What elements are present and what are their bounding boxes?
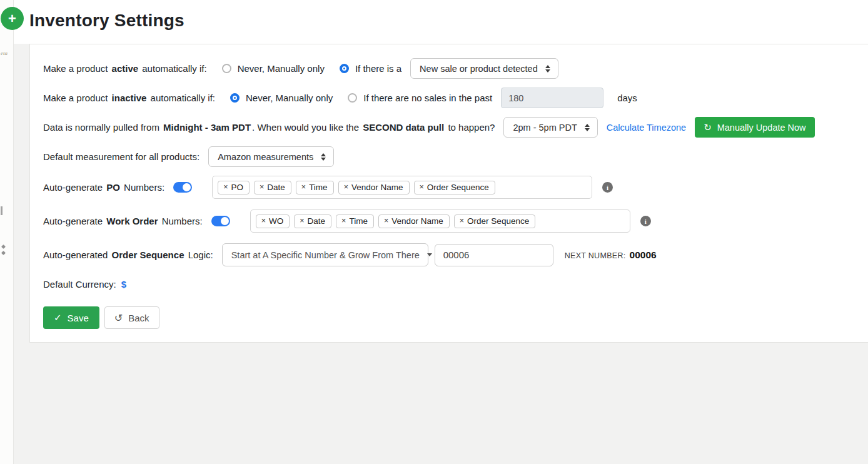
remove-tag-icon[interactable]: × bbox=[301, 183, 306, 191]
remove-tag-icon[interactable]: × bbox=[384, 217, 388, 225]
row-data-pull: Data is normally pulled from Midnight - … bbox=[43, 117, 855, 138]
save-button[interactable]: ✓ Save bbox=[43, 306, 99, 329]
sidebar-artifact bbox=[1, 245, 6, 249]
tag-chip[interactable]: ×Time bbox=[336, 214, 374, 228]
po-numbers-label: Auto-generate PO Numbers: bbox=[43, 182, 164, 193]
toggle-knob bbox=[183, 183, 191, 191]
second-pull-value: 2pm - 5pm PDT bbox=[513, 123, 577, 133]
work-order-numbers-label: Auto-generate Work Order Numbers: bbox=[43, 216, 203, 226]
tag-chip[interactable]: ×WO bbox=[256, 214, 290, 228]
radio-inactive-never-label: Never, Manually only bbox=[246, 93, 333, 103]
radio-active-never-label: Never, Manually only bbox=[238, 63, 325, 74]
tag-label: Order Sequence bbox=[467, 216, 529, 226]
radio-inactive-no-sales-label: If there are no sales in the past bbox=[363, 93, 492, 103]
measurement-select[interactable]: Amazon measurements bbox=[208, 146, 334, 167]
calculate-timezone-link[interactable]: Calculate Timezone bbox=[607, 123, 686, 133]
order-sequence-logic-label: Auto-generated Order Sequence Logic: bbox=[43, 250, 213, 260]
radio-inactive-never[interactable]: Never, Manually only bbox=[230, 93, 333, 103]
sequence-logic-select[interactable]: Start at A Specific Number & Grow From T… bbox=[222, 243, 428, 266]
toggle-knob bbox=[221, 217, 229, 225]
select-updown-icon bbox=[585, 124, 590, 131]
radio-active-if-there-is[interactable]: If there is a bbox=[340, 63, 401, 74]
sidebar-artifact bbox=[1, 251, 6, 255]
info-icon[interactable]: i bbox=[640, 216, 651, 226]
tag-label: PO bbox=[231, 183, 243, 192]
tag-chip[interactable]: ×Order Sequence bbox=[454, 214, 535, 228]
page-title: Inventory Settings bbox=[29, 11, 184, 31]
row-product-inactive: Make a product inactive automatically if… bbox=[43, 88, 855, 108]
inactive-days-input[interactable] bbox=[501, 88, 603, 108]
po-tags-input[interactable]: ×PO ×Date ×Time ×Vendor Name ×Order Sequ… bbox=[212, 176, 592, 199]
back-button[interactable]: ↺ Back bbox=[104, 306, 159, 329]
info-icon[interactable]: i bbox=[602, 182, 613, 193]
tag-chip[interactable]: ×Date bbox=[294, 214, 331, 228]
row-work-order-numbers: Auto-generate Work Order Numbers: ×WO ×D… bbox=[43, 209, 855, 233]
sequence-logic-value: Start at A Specific Number & Grow From T… bbox=[231, 250, 420, 260]
currency-value-link[interactable]: $ bbox=[121, 279, 126, 290]
tag-label: Time bbox=[309, 183, 328, 192]
add-button[interactable]: + bbox=[1, 7, 24, 30]
product-active-label: Make a product active automatically if: bbox=[43, 63, 207, 74]
remove-tag-icon[interactable]: × bbox=[460, 217, 464, 225]
row-default-currency: Default Currency: $ bbox=[43, 277, 855, 291]
radio-checked-icon[interactable] bbox=[230, 93, 240, 103]
manually-update-now-button[interactable]: ↻ Manually Update Now bbox=[695, 117, 814, 138]
sidebar-artifact bbox=[1, 206, 3, 215]
next-number: NEXT NUMBER: 00006 bbox=[565, 250, 657, 261]
sequence-start-input[interactable] bbox=[435, 244, 553, 266]
radio-inactive-no-sales[interactable]: If there are no sales in the past bbox=[348, 93, 492, 103]
select-updown-icon bbox=[321, 153, 326, 161]
back-button-label: Back bbox=[128, 313, 149, 323]
tag-label: Time bbox=[349, 216, 368, 226]
tag-chip[interactable]: ×Order Sequence bbox=[414, 181, 495, 194]
default-currency-label: Default Currency: bbox=[43, 279, 116, 290]
remove-tag-icon[interactable]: × bbox=[223, 183, 228, 191]
po-toggle[interactable] bbox=[173, 182, 192, 193]
row-actions: ✓ Save ↺ Back bbox=[43, 306, 855, 329]
next-number-label: NEXT NUMBER: bbox=[565, 251, 626, 260]
check-icon: ✓ bbox=[54, 312, 62, 323]
row-default-measurement: Default measurement for all products: Am… bbox=[43, 146, 855, 167]
radio-unchecked-icon[interactable] bbox=[348, 93, 357, 103]
manually-update-now-label: Manually Update Now bbox=[717, 123, 806, 133]
collapsed-sidebar: eta bbox=[0, 0, 14, 464]
tag-label: Date bbox=[308, 216, 326, 226]
tag-chip[interactable]: ×Date bbox=[254, 181, 291, 194]
tag-label: Date bbox=[267, 183, 285, 192]
undo-icon: ↺ bbox=[114, 312, 123, 324]
default-measurement-label: Default measurement for all products: bbox=[43, 151, 199, 162]
remove-tag-icon[interactable]: × bbox=[344, 183, 348, 191]
radio-active-never[interactable]: Never, Manually only bbox=[222, 63, 325, 74]
active-trigger-value: New sale or product detected bbox=[420, 64, 538, 74]
second-pull-select[interactable]: 2pm - 5pm PDT bbox=[503, 117, 597, 138]
row-po-numbers: Auto-generate PO Numbers: ×PO ×Date ×Tim… bbox=[43, 176, 855, 199]
days-suffix-label: days bbox=[617, 93, 637, 103]
work-order-toggle[interactable] bbox=[211, 216, 230, 226]
remove-tag-icon[interactable]: × bbox=[260, 183, 264, 191]
radio-unchecked-icon[interactable] bbox=[222, 64, 231, 73]
tag-chip[interactable]: ×PO bbox=[218, 181, 250, 194]
tag-chip[interactable]: ×Time bbox=[296, 181, 334, 194]
remove-tag-icon[interactable]: × bbox=[341, 217, 346, 225]
refresh-icon: ↻ bbox=[704, 122, 712, 133]
radio-checked-icon[interactable] bbox=[340, 64, 349, 73]
tag-label: Vendor Name bbox=[391, 216, 443, 226]
active-trigger-select[interactable]: New sale or product detected bbox=[410, 58, 558, 79]
radio-active-if-label: If there is a bbox=[355, 63, 401, 74]
tag-label: Order Sequence bbox=[427, 183, 489, 192]
row-product-active: Make a product active automatically if: … bbox=[43, 58, 855, 79]
select-updown-icon bbox=[545, 65, 550, 73]
remove-tag-icon[interactable]: × bbox=[261, 217, 266, 225]
inventory-settings-card: Make a product active automatically if: … bbox=[29, 44, 868, 343]
product-inactive-label: Make a product inactive automatically if… bbox=[43, 93, 215, 103]
tag-label: Vendor Name bbox=[351, 183, 403, 192]
row-order-sequence-logic: Auto-generated Order Sequence Logic: Sta… bbox=[43, 243, 855, 266]
tag-chip[interactable]: ×Vendor Name bbox=[338, 181, 410, 194]
caret-down-icon bbox=[427, 253, 432, 256]
work-order-tags-input[interactable]: ×WO ×Date ×Time ×Vendor Name ×Order Sequ… bbox=[250, 209, 630, 233]
remove-tag-icon[interactable]: × bbox=[420, 183, 424, 191]
remove-tag-icon[interactable]: × bbox=[300, 217, 304, 225]
save-button-label: Save bbox=[68, 313, 89, 323]
measurement-value: Amazon measurements bbox=[218, 152, 313, 162]
tag-chip[interactable]: ×Vendor Name bbox=[378, 214, 450, 228]
